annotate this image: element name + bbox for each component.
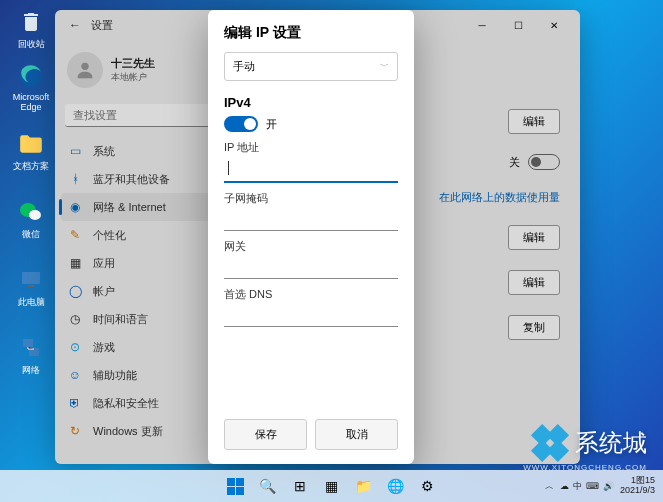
onedrive-tray-icon[interactable]: ☁ bbox=[560, 481, 569, 491]
ip-mode-select[interactable]: 手动 ﹀ bbox=[224, 52, 398, 81]
desktop-network[interactable]: 网络 bbox=[10, 334, 52, 377]
nav-privacy[interactable]: ⛨隐私和安全性 bbox=[55, 389, 223, 417]
dns-input[interactable] bbox=[224, 302, 398, 327]
svg-rect-3 bbox=[22, 272, 40, 284]
gaming-icon: ⊙ bbox=[67, 339, 83, 355]
nav-system[interactable]: ▭系统 bbox=[55, 137, 223, 165]
back-button[interactable]: ← bbox=[63, 18, 87, 32]
ip-address-input[interactable] bbox=[224, 155, 398, 183]
close-button[interactable]: ✕ bbox=[536, 10, 572, 40]
maximize-button[interactable]: ☐ bbox=[500, 10, 536, 40]
ip-settings-dialog: 编辑 IP 设置 手动 ﹀ IPv4 开 IP 地址 子网掩码 网关 首选 DN… bbox=[208, 10, 414, 464]
folder-icon bbox=[17, 130, 45, 158]
watermark: 系统城 bbox=[531, 424, 647, 462]
edit-button-3[interactable]: 编辑 bbox=[508, 270, 560, 295]
nav-network[interactable]: ◉网络 & Internet bbox=[61, 193, 217, 221]
svg-rect-5 bbox=[23, 339, 33, 347]
clock-icon: ◷ bbox=[67, 311, 83, 327]
gateway-label: 网关 bbox=[224, 239, 398, 254]
toggle-metered[interactable] bbox=[528, 154, 560, 170]
nav-apps[interactable]: ▦应用 bbox=[55, 249, 223, 277]
minimize-button[interactable]: ─ bbox=[464, 10, 500, 40]
settings-taskbar-icon[interactable]: ⚙ bbox=[414, 472, 442, 500]
desktop-wechat[interactable]: 微信 bbox=[10, 198, 52, 241]
dns-label: 首选 DNS bbox=[224, 287, 398, 302]
gateway-input[interactable] bbox=[224, 254, 398, 279]
ime-mode-icon[interactable]: ⌨ bbox=[586, 481, 599, 491]
recycle-bin-icon bbox=[17, 8, 45, 36]
edge-icon bbox=[17, 62, 45, 90]
system-icon: ▭ bbox=[67, 143, 83, 159]
explorer-icon[interactable]: 📁 bbox=[350, 472, 378, 500]
svg-point-2 bbox=[29, 210, 41, 220]
user-block[interactable]: 十三先生 本地帐户 bbox=[55, 48, 223, 100]
nav-time[interactable]: ◷时间和语言 bbox=[55, 305, 223, 333]
start-button[interactable] bbox=[222, 472, 250, 500]
brush-icon: ✎ bbox=[67, 227, 83, 243]
ip-address-label: IP 地址 bbox=[224, 140, 398, 155]
data-usage-link[interactable]: 在此网络上的数据使用量 bbox=[439, 190, 560, 205]
ime-indicator[interactable]: 中 bbox=[573, 480, 582, 493]
toggle-on-label: 开 bbox=[266, 117, 277, 132]
taskview-icon[interactable]: ⊞ bbox=[286, 472, 314, 500]
watermark-logo-icon bbox=[523, 416, 577, 470]
subnet-label: 子网掩码 bbox=[224, 191, 398, 206]
save-button[interactable]: 保存 bbox=[224, 419, 307, 450]
tray-chevron-icon[interactable]: ︿ bbox=[545, 480, 554, 493]
apps-icon: ▦ bbox=[67, 255, 83, 271]
chevron-down-icon: ﹀ bbox=[380, 60, 389, 73]
edit-button-1[interactable]: 编辑 bbox=[508, 109, 560, 134]
widgets-icon[interactable]: ▦ bbox=[318, 472, 346, 500]
off-label: 关 bbox=[509, 155, 520, 170]
wifi-icon: ◉ bbox=[67, 199, 83, 215]
shield-icon: ⛨ bbox=[67, 395, 83, 411]
person-icon: ◯ bbox=[67, 283, 83, 299]
ipv4-heading: IPv4 bbox=[224, 95, 398, 110]
nav-accessibility[interactable]: ☺辅助功能 bbox=[55, 361, 223, 389]
nav-gaming[interactable]: ⊙游戏 bbox=[55, 333, 223, 361]
network-icon bbox=[17, 334, 45, 362]
avatar-icon bbox=[67, 52, 103, 88]
cancel-button[interactable]: 取消 bbox=[315, 419, 398, 450]
desktop-edge[interactable]: Microsoft Edge bbox=[10, 62, 52, 112]
svg-point-7 bbox=[81, 63, 88, 70]
subnet-input[interactable] bbox=[224, 206, 398, 231]
svg-rect-4 bbox=[28, 285, 34, 287]
edge-taskbar-icon[interactable]: 🌐 bbox=[382, 472, 410, 500]
nav-accounts[interactable]: ◯帐户 bbox=[55, 277, 223, 305]
sidebar: 十三先生 本地帐户 ▭系统 ᚼ蓝牙和其他设备 ◉网络 & Internet ✎个… bbox=[55, 40, 223, 464]
volume-tray-icon[interactable]: 🔊 bbox=[603, 481, 614, 491]
desktop-folder[interactable]: 文档方案 bbox=[10, 130, 52, 173]
desktop-thispc[interactable]: 此电脑 bbox=[10, 266, 52, 309]
nav-personalization[interactable]: ✎个性化 bbox=[55, 221, 223, 249]
monitor-icon bbox=[17, 266, 45, 294]
user-subtitle: 本地帐户 bbox=[111, 71, 155, 84]
desktop-recycle-bin[interactable]: 回收站 bbox=[10, 8, 52, 51]
taskbar-clock[interactable]: 1图15 2021/9/3 bbox=[620, 476, 655, 496]
update-icon: ↻ bbox=[67, 423, 83, 439]
wechat-icon bbox=[17, 198, 45, 226]
dialog-title: 编辑 IP 设置 bbox=[224, 24, 398, 42]
edit-button-2[interactable]: 编辑 bbox=[508, 225, 560, 250]
ipv4-toggle[interactable] bbox=[224, 116, 258, 132]
taskbar: 🔍 ⊞ ▦ 📁 🌐 ⚙ ︿ ☁ 中 ⌨ 🔊 1图15 2021/9/3 bbox=[0, 470, 663, 502]
bluetooth-icon: ᚼ bbox=[67, 171, 83, 187]
search-taskbar-icon[interactable]: 🔍 bbox=[254, 472, 282, 500]
nav-bluetooth[interactable]: ᚼ蓝牙和其他设备 bbox=[55, 165, 223, 193]
copy-button[interactable]: 复制 bbox=[508, 315, 560, 340]
user-name: 十三先生 bbox=[111, 56, 155, 71]
window-title: 设置 bbox=[91, 18, 113, 33]
search-input[interactable] bbox=[65, 104, 213, 127]
nav-update[interactable]: ↻Windows 更新 bbox=[55, 417, 223, 445]
accessibility-icon: ☺ bbox=[67, 367, 83, 383]
